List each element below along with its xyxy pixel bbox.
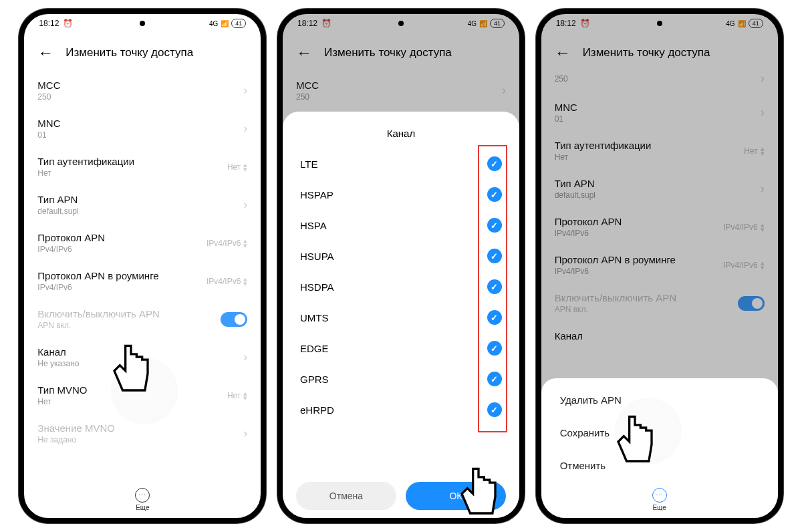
row-apn-toggle[interactable]: Включить/выключить APN APN вкл. xyxy=(37,300,247,338)
page-header: ← Изменить точку доступа xyxy=(283,33,519,70)
phone-1: 18:12 ⏰ 4G 📶 41 ← Изменить точку доступа… xyxy=(19,9,266,523)
chevron-right-icon: › xyxy=(761,182,765,196)
battery-indicator: 41 xyxy=(749,19,763,28)
value: IPv4/IPv6 xyxy=(37,245,105,254)
menu-save[interactable]: Сохранить xyxy=(541,416,778,449)
more-label: Еще xyxy=(652,504,666,511)
chevron-right-icon: › xyxy=(243,84,247,98)
chevron-right-icon: › xyxy=(243,426,247,440)
toggle-switch[interactable] xyxy=(221,312,247,327)
value-right: IPv4/IPv6 xyxy=(207,239,241,248)
check-icon: ✓ xyxy=(487,156,502,171)
phone-3: 18:12 ⏰ 4G 📶 41 ← Изменить точку доступа… xyxy=(536,9,783,523)
menu-cancel[interactable]: Отменить xyxy=(541,449,778,482)
more-button[interactable]: ⋯ Еще xyxy=(135,488,150,511)
updown-icon: ▴▾ xyxy=(761,261,765,270)
value: IPv4/IPv6 xyxy=(555,229,622,238)
status-time: 18:12 xyxy=(297,19,317,28)
back-icon[interactable]: ← xyxy=(37,45,53,61)
value-right: Нет xyxy=(227,162,241,172)
value: default,supl xyxy=(37,207,78,216)
status-time: 18:12 xyxy=(39,19,59,28)
value: Не задано xyxy=(37,435,115,444)
label: Протокол APN xyxy=(37,232,105,243)
option-hspa[interactable]: HSPA✓ xyxy=(283,210,519,241)
label: Канал xyxy=(555,330,583,342)
option-hspap[interactable]: HSPAP✓ xyxy=(283,179,519,210)
row-bearer[interactable]: Канал Не указано › xyxy=(37,338,247,376)
option-hsupa[interactable]: HSUPA✓ xyxy=(283,241,519,271)
label: Протокол APN xyxy=(555,216,622,227)
row-mnc[interactable]: MNC 01 › xyxy=(37,110,247,148)
page-title: Изменить точку доступа xyxy=(583,46,710,59)
more-icon: ⋯ xyxy=(652,488,667,503)
label: Протокол APN в роуминге xyxy=(37,270,158,281)
signal-bars-icon: 📶 xyxy=(479,20,487,27)
label: Протокол APN в роуминге xyxy=(555,254,676,265)
row-mcc[interactable]: MCC 250 › xyxy=(37,72,247,110)
value: 250 xyxy=(555,74,568,84)
dialog-actions: Отмена ОК xyxy=(296,482,506,510)
value-right: IPv4/IPv6 xyxy=(723,261,757,270)
value: IPv4/IPv6 xyxy=(37,283,158,292)
value: 01 xyxy=(37,130,60,140)
option-lte[interactable]: LTE✓ xyxy=(283,148,519,179)
row-mvno-type[interactable]: Тип MVNO Нет Нет ▴▾ xyxy=(37,376,247,414)
row-auth-type: Тип аутентификации Нет Нет ▴▾ xyxy=(555,132,765,170)
row-apn-protocol[interactable]: Протокол APN IPv4/IPv6 IPv4/IPv6 ▴▾ xyxy=(37,224,247,262)
phone-2: 18:12 ⏰ 4G 📶 41 ← Изменить точку доступа… xyxy=(277,9,525,523)
value: 01 xyxy=(555,114,577,124)
bottom-bar: ⋯ Еще xyxy=(24,488,261,511)
option-label: LTE xyxy=(300,158,317,170)
row-apn-type[interactable]: Тип APN default,supl › xyxy=(37,186,247,224)
signal-icon: 4G xyxy=(209,20,218,27)
check-icon: ✓ xyxy=(487,372,502,386)
chevron-right-icon: › xyxy=(243,350,247,364)
check-icon: ✓ xyxy=(487,187,502,202)
alarm-icon: ⏰ xyxy=(321,19,331,28)
page-header: ← Изменить точку доступа xyxy=(24,33,261,70)
check-icon: ✓ xyxy=(487,218,502,233)
menu-delete-apn[interactable]: Удалить APN xyxy=(541,384,778,416)
option-gprs[interactable]: GPRS✓ xyxy=(283,364,519,394)
row-mvno-value[interactable]: Значение MVNO Не задано › xyxy=(37,414,247,452)
cancel-button[interactable]: Отмена xyxy=(296,482,396,510)
option-edge[interactable]: EDGE✓ xyxy=(283,333,519,364)
row-apn-type: Тип APN default,supl › xyxy=(555,170,765,208)
battery-indicator: 41 xyxy=(490,19,505,28)
row-bearer-cut: Канал xyxy=(555,322,765,350)
option-label: HSPAP xyxy=(300,189,333,201)
label: Включить/выключить APN xyxy=(37,308,160,319)
camera-notch xyxy=(140,21,145,26)
updown-icon: ▴▾ xyxy=(243,391,247,400)
row-auth-type[interactable]: Тип аутентификации Нет Нет ▴▾ xyxy=(37,148,247,186)
updown-icon: ▴▾ xyxy=(761,223,765,232)
label: Канал xyxy=(37,346,79,358)
ok-button[interactable]: ОК xyxy=(406,482,506,510)
back-icon[interactable]: ← xyxy=(296,45,312,61)
more-button[interactable]: ⋯ Еще xyxy=(652,488,667,511)
value-right: Нет xyxy=(744,146,757,156)
option-umts[interactable]: UMTS✓ xyxy=(283,302,519,333)
option-ehrpd[interactable]: eHRPD✓ xyxy=(283,394,519,425)
chevron-right-icon: › xyxy=(502,84,506,98)
label: MNC xyxy=(555,102,577,113)
row-apn-protocol-roaming: Протокол APN в роуминге IPv4/IPv6 IPv4/I… xyxy=(555,246,765,284)
row-apn-protocol-roaming[interactable]: Протокол APN в роуминге IPv4/IPv6 IPv4/I… xyxy=(37,262,247,300)
check-icon: ✓ xyxy=(487,341,502,356)
option-label: EDGE xyxy=(300,343,329,354)
alarm-icon: ⏰ xyxy=(580,19,590,28)
updown-icon: ▴▾ xyxy=(243,239,247,248)
dialog-title: Канал xyxy=(283,124,519,148)
check-icon: ✓ xyxy=(487,249,502,263)
back-icon[interactable]: ← xyxy=(555,45,571,61)
chevron-right-icon: › xyxy=(243,122,247,136)
value-right: Нет xyxy=(227,391,241,400)
alarm-icon: ⏰ xyxy=(63,19,73,28)
value-right: IPv4/IPv6 xyxy=(723,223,757,232)
chevron-right-icon: › xyxy=(761,72,765,86)
option-hsdpa[interactable]: HSDPA✓ xyxy=(283,271,519,302)
bottom-bar: ⋯ Еще xyxy=(541,488,778,511)
option-list: LTE✓HSPAP✓HSPA✓HSUPA✓HSDPA✓UMTS✓EDGE✓GPR… xyxy=(283,148,519,425)
camera-notch xyxy=(657,21,662,26)
